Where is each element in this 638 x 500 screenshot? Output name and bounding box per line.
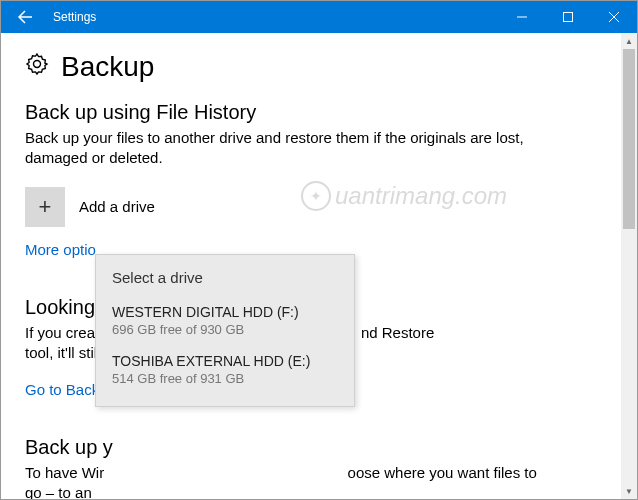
gear-icon <box>25 52 49 82</box>
close-icon <box>609 12 619 22</box>
select-drive-flyout: Select a drive WESTERN DIGITAL HDD (F:) … <box>95 254 355 407</box>
minimize-button[interactable] <box>499 1 545 33</box>
add-drive-button[interactable]: + Add a drive <box>25 187 597 227</box>
file-history-description: Back up your files to another drive and … <box>25 128 545 169</box>
maximize-icon <box>563 12 573 22</box>
svg-rect-1 <box>564 13 573 22</box>
maximize-button[interactable] <box>545 1 591 33</box>
more-options-link[interactable]: More optio <box>25 241 96 258</box>
drive-free-space: 696 GB free of 930 GB <box>112 322 338 337</box>
section-heading-file-history: Back up using File History <box>25 101 597 124</box>
drive-option[interactable]: TOSHIBA EXTERNAL HDD (E:) 514 GB free of… <box>96 347 354 396</box>
drive-name: WESTERN DIGITAL HDD (F:) <box>112 304 338 320</box>
add-drive-label: Add a drive <box>79 198 155 215</box>
back-arrow-icon <box>17 9 33 25</box>
scroll-down-icon[interactable]: ▼ <box>621 483 637 499</box>
section-heading-backup-onedrive: Back up y <box>25 436 597 459</box>
drive-option[interactable]: WESTERN DIGITAL HDD (F:) 696 GB free of … <box>96 298 354 347</box>
scroll-up-icon[interactable]: ▲ <box>621 33 637 49</box>
back-button[interactable] <box>1 1 49 33</box>
scroll-thumb[interactable] <box>623 49 635 229</box>
onedrive-description: To have Wir oose where you want files to… <box>25 463 545 499</box>
close-button[interactable] <box>591 1 637 33</box>
titlebar: Settings <box>1 1 637 33</box>
window-title: Settings <box>49 10 96 24</box>
flyout-header: Select a drive <box>96 255 354 298</box>
vertical-scrollbar[interactable]: ▲ ▼ <box>621 33 637 499</box>
plus-icon: + <box>25 187 65 227</box>
drive-name: TOSHIBA EXTERNAL HDD (E:) <box>112 353 338 369</box>
minimize-icon <box>517 12 527 22</box>
page-title: Backup <box>61 51 154 83</box>
drive-free-space: 514 GB free of 931 GB <box>112 371 338 386</box>
